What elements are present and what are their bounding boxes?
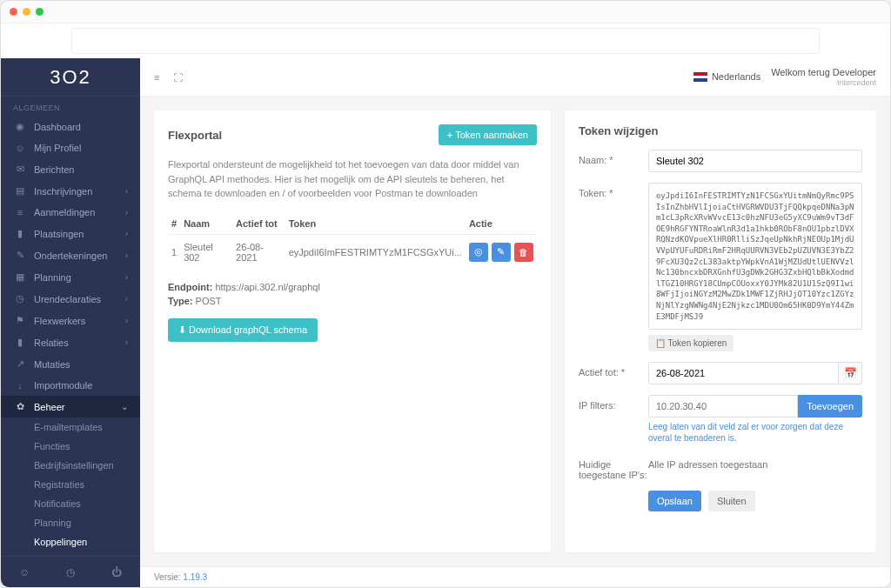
sidebar-item-label: Importmodule xyxy=(34,380,92,391)
sidebar-item-label: Aanmeldingen xyxy=(34,207,95,217)
endpoint-value: https://api.302.nl/graphql xyxy=(215,282,319,292)
cell-naam: Sleutel 302 xyxy=(180,234,232,270)
sidebar-item-label: Inschrijvingen xyxy=(34,186,92,197)
sidebar-sub-functies[interactable]: Functies xyxy=(1,437,140,456)
chevron-right-icon: › xyxy=(125,337,128,347)
token-value: eyJpdiI6InFESTRIMTYzN1FCSGxYUitmNmQyRmc9… xyxy=(648,183,862,330)
sidebar-section: ALGEMEEN xyxy=(1,97,140,116)
version-link[interactable]: 1.19.3 xyxy=(183,572,207,582)
save-button[interactable]: Opslaan xyxy=(648,491,701,511)
sidebar-icon: ☺ xyxy=(13,143,27,153)
browser-titlebar xyxy=(1,1,890,23)
table-row: 1Sleutel 30226-08-2021eyJpdiI6ImFESTRIMT… xyxy=(168,234,537,270)
sidebar-item-mutaties[interactable]: ↗Mutaties xyxy=(1,353,140,375)
panel-flexportal: Flexportal + Token aanmaken Flexportal o… xyxy=(154,110,551,552)
user-icon[interactable]: ☺ xyxy=(19,566,30,578)
sidebar-item-urendeclaraties[interactable]: ◷Urendeclaraties› xyxy=(1,288,140,310)
sidebar-sub-registraties[interactable]: Registraties xyxy=(1,475,140,494)
sidebar-footer: ☺ ◷ ⏻ xyxy=(1,556,140,587)
window-maximize[interactable] xyxy=(36,8,44,16)
sidebar-item-dashboard[interactable]: ◉Dashboard xyxy=(1,116,140,137)
power-icon[interactable]: ⏻ xyxy=(111,566,122,578)
gauge-icon[interactable]: ◷ xyxy=(66,566,75,578)
col-naam: Naam xyxy=(180,213,232,235)
sidebar-item-label: Mutaties xyxy=(34,359,70,370)
sidebar-item-label: Flexwerkers xyxy=(34,316,85,326)
sidebar-item-inschrijvingen[interactable]: ▤Inschrijvingen› xyxy=(1,180,140,202)
calendar-icon[interactable]: 📅 xyxy=(839,362,862,384)
tokens-table: # Naam Actief tot Token Actie 1Sleutel 3… xyxy=(168,213,537,270)
sidebar-icon: ▮ xyxy=(13,337,27,348)
ip-label: IP filters: xyxy=(579,395,648,411)
endpoint-row: Endpoint: https://api.302.nl/graphql xyxy=(168,282,537,292)
sidebar-item-label: Mijn Profiel xyxy=(34,143,81,153)
sidebar-item-label: Plaatsingen xyxy=(34,229,84,239)
address-bar[interactable] xyxy=(71,28,820,54)
window-close[interactable] xyxy=(10,8,17,16)
type-row: Type: POST xyxy=(168,296,537,306)
logo: 3O2 xyxy=(1,58,140,97)
copy-token-button[interactable]: 📋 Token kopieren xyxy=(648,335,734,351)
menu-toggle-icon[interactable]: ≡ xyxy=(154,72,159,83)
sidebar: 3O2 ALGEMEEN◉Dashboard☺Mijn Profiel✉Beri… xyxy=(1,58,140,587)
sidebar-icon: ≡ xyxy=(13,207,27,217)
naam-input[interactable] xyxy=(648,150,862,172)
sidebar-item-relaties[interactable]: ▮Relaties› xyxy=(1,331,140,353)
delete-token-button[interactable]: 🗑 xyxy=(514,243,533,262)
panel-title-right: Token wijzigen xyxy=(579,124,659,137)
sidebar-item-label: Urendeclaraties xyxy=(34,294,101,304)
sidebar-item-plaatsingen[interactable]: ▮Plaatsingen› xyxy=(1,223,140,244)
welcome-role: Intercedent xyxy=(771,78,876,88)
sidebar-item-mijn-profiel[interactable]: ☺Mijn Profiel xyxy=(1,137,140,158)
chevron-right-icon: › xyxy=(125,229,128,238)
sidebar-icon: ▮ xyxy=(13,228,27,239)
col-actief: Actief tot xyxy=(232,213,285,235)
chevron-right-icon: › xyxy=(125,272,128,282)
sidebar-sub-notificaties[interactable]: Notificaties xyxy=(1,494,140,513)
sidebar-icon: ✉ xyxy=(13,164,27,175)
sidebar-sub-e-mailtemplates[interactable]: E-mailtemplates xyxy=(1,418,140,437)
welcome-text: Welkom terug Developer Intercedent xyxy=(771,67,876,88)
sidebar-item-flexwerkers[interactable]: ⚑Flexwerkers› xyxy=(1,310,140,331)
sidebar-item-berichten[interactable]: ✉Berichten xyxy=(1,158,140,180)
sidebar-item-planning[interactable]: ▦Planning› xyxy=(1,266,140,288)
sidebar-sub-planning[interactable]: Planning xyxy=(1,513,140,532)
col-num: # xyxy=(168,213,180,235)
fullscreen-icon[interactable]: ⛶ xyxy=(173,72,183,83)
chevron-right-icon: › xyxy=(125,294,128,304)
sidebar-item-beheer[interactable]: ✿Beheer⌄ xyxy=(1,396,140,418)
topbar: ≡ ⛶ Nederlands Welkom terug Developer In… xyxy=(140,58,890,97)
view-token-button[interactable]: ◎ xyxy=(469,243,488,262)
sidebar-item-label: Beheer xyxy=(34,402,64,412)
actief-date-input[interactable] xyxy=(648,362,839,384)
allowed-ip-value: Alle IP adressen toegestaan xyxy=(648,454,862,470)
sidebar-item-aanmeldingen[interactable]: ≡Aanmeldingen› xyxy=(1,202,140,223)
ip-hint: Leeg laten van dit veld zal er voor zorg… xyxy=(648,421,862,444)
sidebar-item-importmodule[interactable]: ↓Importmodule xyxy=(1,375,140,396)
sidebar-item-label: Ondertekeningen xyxy=(34,251,107,261)
sidebar-item-ondertekeningen[interactable]: ✎Ondertekeningen› xyxy=(1,244,140,266)
sidebar-icon: ◉ xyxy=(13,121,27,132)
language-selector[interactable]: Nederlands xyxy=(693,71,760,82)
allowed-ip-label: Huidige toegestane IP's: xyxy=(579,454,648,480)
version-label: Versie: xyxy=(154,572,181,582)
sidebar-sub-koppelingen[interactable]: Koppelingen xyxy=(1,532,140,551)
edit-token-button[interactable]: ✎ xyxy=(492,243,511,262)
create-token-button[interactable]: + Token aanmaken xyxy=(439,124,537,145)
actief-label: Actief tot: * xyxy=(579,362,648,378)
sidebar-icon: ↗ xyxy=(13,358,27,370)
sidebar-icon: ✿ xyxy=(13,401,27,412)
add-ip-button[interactable]: Toevoegen xyxy=(798,395,862,418)
cell-actief: 26-08-2021 xyxy=(232,234,285,270)
sidebar-icon: ▦ xyxy=(13,271,27,283)
close-button[interactable]: Sluiten xyxy=(708,491,755,511)
type-label: Type: xyxy=(168,296,193,306)
sidebar-sub-bedrijfsinstellingen[interactable]: Bedrijfsinstellingen xyxy=(1,456,140,475)
window-minimize[interactable] xyxy=(23,8,30,16)
naam-label: Naam: * xyxy=(579,150,648,165)
cell-token: eyJpdiI6ImFESTRIMTYzM1FCSGxYUi... xyxy=(285,234,466,270)
type-value: POST xyxy=(196,296,222,306)
download-schema-button[interactable]: ⬇ Download graphQL schema xyxy=(168,318,318,342)
ip-input[interactable] xyxy=(648,395,798,418)
panel-token-edit: Token wijzigen Naam: * Token: * eyJpdiI6… xyxy=(565,110,876,552)
